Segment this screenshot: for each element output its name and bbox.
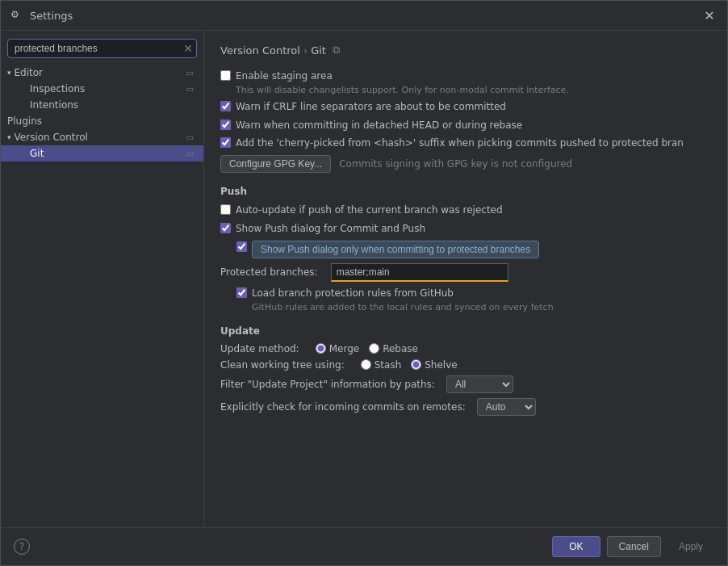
show-push-dialog-row: Show Push dialog for Commit and Push (220, 222, 711, 236)
breadcrumb-sep: › (303, 44, 308, 57)
search-box: ✕ (7, 39, 197, 58)
auto-update-label: Auto-update if push of the current branc… (236, 203, 503, 217)
show-push-dialog-checkbox[interactable] (220, 223, 231, 233)
load-branch-rules-label: Load branch protection rules from GitHub (252, 287, 554, 300)
content-area: ✕ ▾ Editor ▭ Inspections ▭ Intentions Pl… (1, 31, 727, 527)
version-control-label: Version Control (15, 132, 186, 143)
search-clear-icon[interactable]: ✕ (183, 42, 193, 55)
auto-update-row: Auto-update if push of the current branc… (220, 203, 711, 217)
copy-path-icon[interactable]: ⧉ (333, 44, 340, 57)
warn-detached-label: Warn when committing in detached HEAD or… (236, 119, 522, 132)
rebase-radio-row: Rebase (369, 343, 418, 354)
merge-radio[interactable] (316, 343, 326, 354)
warn-detached-checkbox[interactable] (220, 119, 231, 130)
warn-crlf-label: Warn if CRLF line separators are about t… (236, 100, 506, 114)
editor-collapse-icon: ▭ (186, 69, 194, 78)
inspections-icon: ▭ (186, 85, 194, 94)
sidebar-item-version-control[interactable]: ▾ Version Control ▭ (1, 129, 203, 145)
show-push-protected-row: Show Push dialog only when committing to… (236, 241, 711, 258)
dialog-title: Settings (30, 10, 73, 22)
shelve-radio-row: Shelve (411, 359, 457, 371)
apply-button[interactable]: Apply (667, 536, 714, 557)
update-method-label: Update method: (220, 343, 299, 354)
load-branch-rules-checkbox[interactable] (236, 287, 247, 298)
load-branch-rules-text: Load branch protection rules from GitHub… (252, 287, 554, 312)
show-push-dialog-label: Show Push dialog for Commit and Push (236, 222, 425, 236)
enable-staging-sublabel: This will disable changelists support. O… (236, 85, 569, 95)
filter-row: Filter "Update Project" information by p… (220, 375, 711, 393)
sidebar-item-intentions[interactable]: Intentions (1, 97, 203, 113)
protected-branches-input[interactable] (331, 263, 508, 282)
breadcrumb: Version Control › Git ⧉ (220, 44, 711, 57)
sidebar-item-plugins[interactable]: Plugins (1, 113, 203, 129)
vc-collapse-arrow: ▾ (7, 133, 11, 141)
sidebar-item-git[interactable]: Git ▭ (1, 145, 203, 161)
sidebar-item-editor[interactable]: ▾ Editor ▭ (1, 65, 203, 81)
settings-dialog: ⚙ Settings ✕ ✕ ▾ Editor ▭ Inspections ▭ (0, 0, 728, 566)
search-input[interactable] (7, 39, 197, 58)
enable-staging-label: Enable staging area (236, 69, 569, 83)
intentions-label: Intentions (30, 99, 194, 111)
editor-collapse-arrow: ▾ (7, 69, 11, 77)
main-content: Version Control › Git ⧉ Enable staging a… (204, 31, 727, 527)
stash-label: Stash (374, 359, 402, 371)
shelve-label: Shelve (425, 359, 457, 371)
clean-working-tree-label: Clean working tree using: (220, 359, 345, 371)
sidebar-item-inspections[interactable]: Inspections ▭ (1, 81, 203, 97)
cancel-button[interactable]: Cancel (607, 536, 661, 557)
bottom-bar: ? OK Cancel Apply (1, 527, 727, 565)
load-branch-rules-sublabel: GitHub rules are added to the local rule… (252, 302, 554, 312)
rebase-label: Rebase (383, 343, 418, 354)
update-section-title: Update (220, 325, 711, 337)
show-push-protected-checkbox[interactable] (236, 241, 247, 252)
shelve-radio[interactable] (411, 359, 421, 370)
action-buttons: OK Cancel Apply (552, 536, 714, 557)
protected-branches-row: Protected branches: (220, 263, 711, 282)
git-label: Git (30, 148, 186, 159)
incoming-dropdown[interactable]: Auto Always Never (477, 398, 536, 416)
stash-radio-row: Stash (361, 359, 402, 371)
breadcrumb-git: Git (311, 44, 326, 57)
clean-working-tree-row: Clean working tree using: Stash Shelve (220, 359, 711, 371)
app-icon: ⚙ (10, 9, 23, 22)
warn-detached-row: Warn when committing in detached HEAD or… (220, 119, 711, 132)
help-button[interactable]: ? (14, 539, 30, 555)
vc-collapse-icon: ▭ (186, 133, 194, 142)
push-section-title: Push (220, 186, 711, 197)
filter-dropdown[interactable]: All Changed None (446, 375, 513, 393)
sidebar: ✕ ▾ Editor ▭ Inspections ▭ Intentions Pl… (1, 31, 204, 527)
title-bar-left: ⚙ Settings (10, 9, 73, 22)
filter-label: Filter "Update Project" information by p… (220, 379, 435, 390)
title-bar: ⚙ Settings ✕ (1, 1, 727, 31)
merge-radio-row: Merge (316, 343, 359, 354)
close-button[interactable]: ✕ (701, 7, 718, 23)
cherry-pick-checkbox[interactable] (220, 137, 231, 148)
plugins-label: Plugins (7, 115, 194, 127)
enable-staging-text: Enable staging area This will disable ch… (236, 69, 569, 95)
enable-staging-row: Enable staging area This will disable ch… (220, 69, 711, 95)
ok-button[interactable]: OK (552, 536, 600, 557)
show-push-protected-btn[interactable]: Show Push dialog only when committing to… (252, 241, 539, 258)
load-branch-rules-row: Load branch protection rules from GitHub… (236, 287, 711, 312)
warn-crlf-checkbox[interactable] (220, 101, 231, 111)
incoming-label: Explicitly check for incoming commits on… (220, 401, 466, 413)
enable-staging-checkbox[interactable] (220, 70, 231, 81)
gpg-status: Commits signing with GPG key is not conf… (339, 158, 572, 170)
cherry-pick-label: Add the 'cherry-picked from <hash>' suff… (236, 136, 684, 150)
configure-gpg-button[interactable]: Configure GPG Key... (220, 155, 331, 173)
warn-crlf-row: Warn if CRLF line separators are about t… (220, 100, 711, 114)
stash-radio[interactable] (361, 359, 371, 370)
git-icon: ▭ (186, 149, 194, 158)
update-method-row: Update method: Merge Rebase (220, 343, 711, 354)
incoming-row: Explicitly check for incoming commits on… (220, 398, 711, 416)
breadcrumb-version-control: Version Control (220, 44, 300, 57)
editor-label: Editor (15, 67, 186, 78)
auto-update-checkbox[interactable] (220, 204, 231, 215)
merge-label: Merge (329, 343, 359, 354)
cherry-pick-row: Add the 'cherry-picked from <hash>' suff… (220, 136, 711, 150)
gpg-row: Configure GPG Key... Commits signing wit… (220, 155, 711, 173)
inspections-label: Inspections (30, 83, 186, 94)
protected-branches-label: Protected branches: (220, 266, 318, 278)
rebase-radio[interactable] (369, 343, 379, 354)
